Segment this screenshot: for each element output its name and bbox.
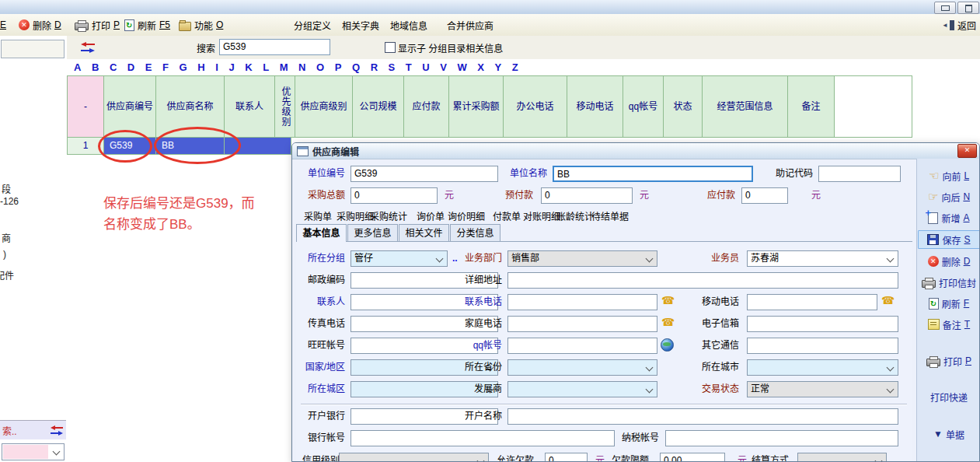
alphabet-letter-L[interactable]: L — [263, 61, 269, 73]
account-name-input[interactable] — [507, 408, 898, 425]
alphabet-letter-G[interactable]: G — [180, 61, 187, 73]
show-sub-checkbox[interactable] — [385, 42, 396, 53]
toolbar-function-button[interactable]: 功能O — [179, 17, 223, 33]
dialog-titlebar[interactable]: 供应商编辑 — [292, 143, 979, 159]
toolbar-refresh-button[interactable]: 刷新F5 — [124, 17, 170, 33]
tree-item-fragment[interactable]: ) — [3, 249, 6, 260]
toolbar-cut-button[interactable]: E — [0, 17, 6, 33]
doc-link-9[interactable]: 待结单据 — [591, 209, 629, 222]
alphabet-letter-U[interactable]: U — [422, 61, 429, 73]
phone-icon[interactable] — [661, 316, 675, 328]
table-header-cell[interactable]: 供应商编号 — [104, 75, 156, 138]
menu-merge-supplier[interactable]: 合并供应商 — [447, 17, 493, 33]
left-panel-header[interactable] — [1, 40, 65, 58]
side-button-保存[interactable]: 保存S — [918, 230, 980, 249]
table-header-cell[interactable]: 供应商级别 — [295, 75, 353, 138]
side-button-刷新[interactable]: 刷新F — [918, 295, 980, 312]
purchase-total-input[interactable]: 0 — [350, 187, 438, 204]
group-combo[interactable]: 管仔 — [350, 250, 448, 267]
tree-item-fragment[interactable]: -126 — [0, 196, 19, 207]
doc-link-1[interactable]: 采购单 — [304, 209, 332, 222]
toolbar-delete-button[interactable]: 删除D — [19, 17, 61, 33]
alphabet-letter-V[interactable]: V — [440, 61, 447, 73]
doc-link-4[interactable]: 询价单 — [417, 209, 445, 222]
sync-arrows-icon[interactable] — [80, 42, 96, 55]
table-header-cell[interactable]: 备注 — [788, 75, 835, 138]
doc-link-8[interactable]: 账龄统计 — [556, 209, 594, 222]
email-input[interactable] — [747, 316, 898, 332]
alphabet-letter-R[interactable]: R — [371, 61, 378, 73]
alphabet-letter-B[interactable]: B — [92, 61, 99, 73]
alphabet-letter-D[interactable]: D — [127, 61, 134, 73]
alphabet-letter-M[interactable]: M — [280, 61, 288, 73]
table-header-filler[interactable] — [835, 75, 912, 138]
trade-status-combo[interactable]: 正常 — [747, 381, 898, 397]
doc-link-5[interactable]: 询价明细 — [448, 209, 485, 222]
prepaid-input[interactable]: 0 — [541, 187, 633, 204]
alphabet-letter-F[interactable]: F — [162, 61, 169, 73]
toolbar-print-button[interactable]: 打印P — [75, 17, 120, 33]
phone-icon[interactable] — [881, 294, 895, 306]
table-header-cell[interactable]: 联系人 — [225, 75, 275, 138]
side-button-删除[interactable]: 删除D — [918, 253, 980, 270]
side-button-打印[interactable]: 打印P — [918, 352, 980, 369]
table-header-cell[interactable]: qq帐号 — [623, 75, 664, 138]
doc-link-6[interactable]: 付款单 — [493, 209, 521, 222]
dialog-close-button[interactable] — [957, 144, 977, 158]
group-browse-button[interactable]: .. — [452, 253, 458, 264]
side-button-备注[interactable]: 备注T — [918, 316, 980, 333]
city-combo[interactable] — [747, 359, 898, 376]
qq-input[interactable] — [507, 338, 657, 354]
alphabet-letter-K[interactable]: K — [245, 61, 252, 73]
settle-combo[interactable] — [797, 453, 887, 462]
alphabet-letter-J[interactable]: J — [228, 61, 234, 73]
alphabet-letter-N[interactable]: N — [298, 61, 305, 73]
tab-3[interactable]: 相关文件 — [399, 224, 449, 241]
table-header-cell[interactable]: 办公电话 — [504, 75, 567, 138]
side-button-向前[interactable]: 向前L — [918, 167, 980, 184]
alphabet-letter-Q[interactable]: Q — [352, 61, 360, 73]
table-header-cell[interactable]: 经营范围信息 — [703, 75, 788, 138]
table-header-cell[interactable]: 应付款 — [404, 75, 449, 138]
alphabet-letter-A[interactable]: A — [74, 61, 81, 73]
other-comm-input[interactable] — [747, 338, 898, 354]
payable-input[interactable]: 0 — [741, 187, 788, 204]
doc-link-2[interactable]: 采购明细 — [337, 209, 374, 222]
table-header-cell[interactable]: 状态 — [664, 75, 703, 138]
salesman-combo[interactable]: 苏春湖 — [747, 250, 898, 267]
alphabet-letter-Y[interactable]: Y — [495, 61, 502, 73]
tab-2[interactable]: 更多信息 — [347, 224, 398, 241]
globe-icon[interactable] — [661, 338, 674, 352]
minimize-button[interactable] — [934, 2, 956, 14]
doc-link-7[interactable]: 对账明细 — [523, 209, 560, 222]
alphabet-letter-T[interactable]: T — [406, 61, 412, 73]
alphabet-letter-C[interactable]: C — [110, 61, 117, 73]
debt-limit-input[interactable]: 0.00 — [660, 453, 725, 462]
maximize-button[interactable] — [957, 2, 979, 14]
table-header-cell[interactable]: 公司规模 — [353, 75, 404, 138]
tree-item-fragment[interactable]: 段 — [2, 182, 11, 195]
side-button-单据[interactable]: 单据 — [918, 425, 980, 443]
bank-account-input[interactable] — [350, 430, 615, 446]
alphabet-letter-X[interactable]: X — [477, 61, 484, 73]
side-button-打印快递[interactable]: 打印快递 — [918, 388, 980, 405]
mnemonic-input[interactable] — [818, 166, 901, 182]
contact-phone-input[interactable] — [507, 294, 657, 310]
table-header-cell[interactable]: 移动电话 — [567, 75, 623, 138]
province-combo[interactable] — [507, 359, 657, 376]
alphabet-letter-P[interactable]: P — [335, 61, 342, 73]
table-header-cell[interactable]: 累计采购额 — [449, 75, 504, 138]
left-panel-combo[interactable] — [2, 443, 65, 460]
tax-account-input[interactable] — [665, 430, 898, 446]
menu-related-dict[interactable]: 相关字典 — [342, 17, 379, 33]
tree-item-fragment[interactable]: 配件 — [0, 268, 14, 282]
alphabet-letter-S[interactable]: S — [389, 61, 396, 73]
home-phone-input[interactable] — [507, 316, 657, 332]
alphabet-letter-E[interactable]: E — [145, 61, 152, 73]
unit-code-input[interactable]: G539 — [350, 166, 498, 182]
developer-combo[interactable] — [507, 381, 657, 397]
tab-4[interactable]: 分类信息 — [450, 224, 500, 241]
search-input[interactable]: G539 — [219, 39, 330, 55]
phone-icon[interactable] — [661, 294, 675, 306]
tree-item-fragment[interactable]: 商 — [2, 231, 11, 244]
